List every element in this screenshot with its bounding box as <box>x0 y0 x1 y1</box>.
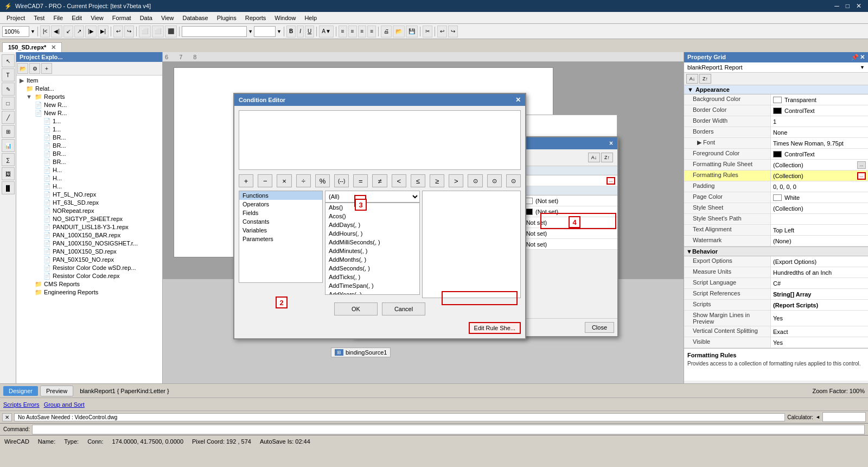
zoom-input[interactable] <box>2 26 29 37</box>
func-addyears[interactable]: AddYears(, ) <box>326 290 419 295</box>
menu-file[interactable]: File <box>49 14 67 22</box>
preview-tab[interactable]: Preview <box>40 386 73 396</box>
tree-item-panduit[interactable]: 📄 PANDUIT_LISL18-Y3-1.repx <box>17 223 161 231</box>
condition-text-area[interactable] <box>239 110 521 170</box>
toolbar-btn-11[interactable]: ⬛ <box>165 26 177 37</box>
tree-item-hc[interactable]: 📄 H... <box>17 182 161 191</box>
tree-item-pan100bar[interactable]: 📄 PAN_100X150_BAR.repx <box>17 231 161 239</box>
op-eq[interactable]: = <box>353 174 368 187</box>
size-input[interactable] <box>254 26 276 37</box>
menu-project[interactable]: Project <box>2 14 29 22</box>
op-gt[interactable]: > <box>449 174 463 187</box>
menu-view[interactable]: View <box>86 14 108 22</box>
designer-tab[interactable]: Designer <box>3 386 38 396</box>
toolbar-btn-2[interactable]: ◀| <box>51 26 62 37</box>
sidebar-btn-line[interactable]: ╱ <box>2 111 15 124</box>
op-gte[interactable]: ≥ <box>430 174 444 187</box>
rse-condition-btn[interactable]: ... <box>607 177 615 185</box>
tree-item-resistor[interactable]: 📄 Resistor Color Code.repx <box>17 272 161 280</box>
func-adddays[interactable]: AddDays(, ) <box>326 220 419 229</box>
toolbar-save-btn[interactable]: 💾 <box>406 26 418 37</box>
tree-item-ha[interactable]: 📄 H... <box>17 166 161 174</box>
tree-item-bra[interactable]: 📄 BR... <box>17 134 161 142</box>
pg-fmt-rules-btn[interactable]: ... <box>857 172 866 180</box>
format-dropdown-icon[interactable]: ▼ <box>248 29 253 34</box>
sidebar-btn-image[interactable]: 🖼 <box>2 167 15 180</box>
func-abs[interactable]: Abs() <box>326 203 419 212</box>
maximize-btn[interactable]: □ <box>844 2 852 10</box>
toolbar-redo-btn[interactable]: ↪ <box>448 26 458 37</box>
op-eye3[interactable]: ⊙ <box>506 174 521 187</box>
size-dropdown-icon[interactable]: ▼ <box>277 29 282 34</box>
toolbar-btn-9[interactable]: ⬜ <box>139 26 151 37</box>
func-addhours[interactable]: AddHours(, ) <box>326 229 419 238</box>
func-addmonths[interactable]: AddMonths(, ) <box>326 255 419 264</box>
op-minus[interactable]: − <box>258 174 272 187</box>
pg-dropdown-icon[interactable]: ▼ <box>860 65 865 70</box>
func-addmilli[interactable]: AddMilliSeconds(, ) <box>326 238 419 247</box>
align-left-btn[interactable]: ≡ <box>339 26 347 37</box>
toolbar-open-btn[interactable]: 📂 <box>393 26 405 37</box>
op-plus[interactable]: + <box>239 174 253 187</box>
toolbar-btn-10[interactable]: ⬜ <box>152 26 164 37</box>
align-center-btn[interactable]: ≡ <box>348 26 357 37</box>
underline-btn[interactable]: U <box>305 26 314 37</box>
op-neq[interactable]: ≠ <box>372 174 387 187</box>
close-btn[interactable]: ✕ <box>854 2 864 10</box>
menu-plugins[interactable]: Plugins <box>213 14 241 22</box>
proj-toolbar-btn1[interactable]: 📂 <box>17 63 28 74</box>
toolbar-btn-1[interactable]: |< <box>40 26 50 37</box>
ok-button[interactable]: OK <box>334 302 378 315</box>
sidebar-btn-rect[interactable]: □ <box>2 97 15 110</box>
minimize-btn[interactable]: ─ <box>832 2 841 10</box>
align-right-btn[interactable]: ≡ <box>358 26 367 37</box>
toolbar-cut-btn[interactable]: ✂ <box>423 26 432 37</box>
proj-toolbar-btn3[interactable]: + <box>41 63 52 74</box>
sidebar-btn-barcode[interactable]: ▐▌ <box>2 181 15 194</box>
bold-btn[interactable]: B <box>286 26 296 37</box>
italic-btn[interactable]: I <box>297 26 304 37</box>
pg-fmt-rule-sheet-btn[interactable]: ... <box>857 161 866 169</box>
pg-pin-icon[interactable]: 📌 <box>851 54 859 61</box>
op-percent[interactable]: % <box>315 174 330 187</box>
sidebar-btn-table[interactable]: ⊞ <box>2 125 15 138</box>
func-list-functions[interactable]: Functions <box>239 191 322 200</box>
tree-item-newr2[interactable]: 📄 New R... <box>17 109 161 117</box>
func-addtimespan[interactable]: AddTimeSpan(, ) <box>326 281 419 290</box>
align-justify-btn[interactable]: ≡ <box>367 26 376 37</box>
rse-sort-za[interactable]: Z↑ <box>601 153 613 162</box>
toolbar-undo-btn[interactable]: ↩ <box>437 26 447 37</box>
menu-database[interactable]: Database <box>178 14 213 22</box>
tree-item-brc[interactable]: 📄 BR... <box>17 150 161 158</box>
sidebar-btn-text[interactable]: T <box>2 68 15 81</box>
tree-item-norepeat[interactable]: 📄 NORepeat.repx <box>17 207 161 215</box>
tree-item-brb[interactable]: 📄 BR... <box>17 142 161 150</box>
condition-editor-title-bar[interactable]: Condition Editor ✕ <box>234 94 525 106</box>
menu-window[interactable]: Window <box>270 14 300 22</box>
sidebar-btn-formula[interactable]: ∑ <box>2 153 15 166</box>
tree-item-eng[interactable]: 📁 Engineering Reports <box>17 288 161 296</box>
tree-item-hb[interactable]: 📄 H... <box>17 174 161 182</box>
func-list-parameters[interactable]: Parameters <box>239 235 322 243</box>
toolbar-btn-8[interactable]: ↪ <box>124 26 134 37</box>
func-addminutes[interactable]: AddMinutes(, ) <box>326 247 419 255</box>
toolbar-btn-6[interactable]: ▶| <box>98 26 109 37</box>
group-sort-link[interactable]: Group and Sort <box>44 401 85 408</box>
func-list-operators[interactable]: Operators <box>239 200 322 209</box>
func-list-constants[interactable]: Constants <box>239 217 322 226</box>
toolbar-print-btn[interactable]: 🖨 <box>381 26 392 37</box>
op-lte[interactable]: ≤ <box>411 174 425 187</box>
sidebar-btn-chart[interactable]: 📊 <box>2 139 15 152</box>
edit-rule-sheet-btn[interactable]: Edit Rule She... <box>469 322 521 334</box>
tab-report[interactable]: 150_SD.repx* ✕ <box>2 42 62 52</box>
op-times[interactable]: × <box>277 174 291 187</box>
func-acos[interactable]: Acos() <box>326 212 419 220</box>
tree-item-ht5l[interactable]: 📄 HT_5L_NO.repx <box>17 191 161 199</box>
tree-item-newr1[interactable]: 📄 New R... <box>17 101 161 109</box>
pg-behavior-section[interactable]: ▼ Behavior <box>684 247 868 256</box>
category-dropdown[interactable]: (All) <box>325 191 420 203</box>
menu-edit[interactable]: Edit <box>67 14 86 22</box>
op-paren[interactable]: (--) <box>334 174 349 187</box>
op-lt[interactable]: < <box>392 174 406 187</box>
pg-close-icon[interactable]: ✕ <box>860 54 865 61</box>
